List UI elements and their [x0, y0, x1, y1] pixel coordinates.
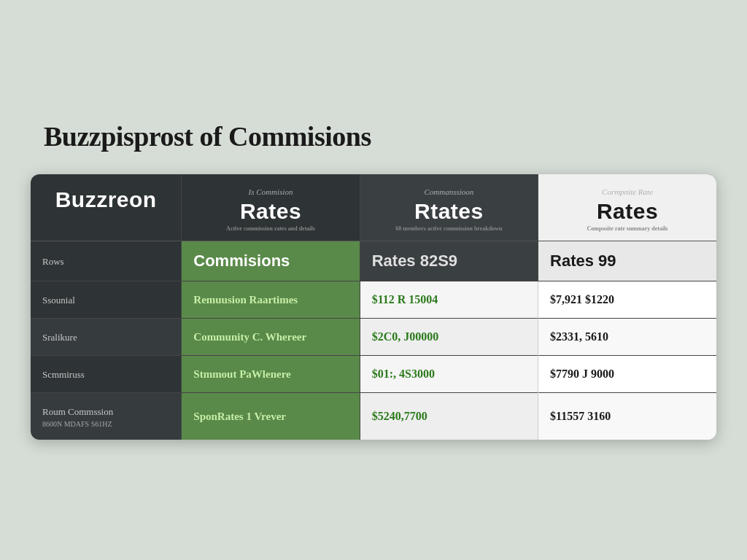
header-tiny-rtates: 60 members active commission breakdown: [372, 225, 526, 233]
header-row: Buzzreon Is Commision Rates Active commi…: [31, 174, 716, 241]
table-row: ScmmirussStmmout PaWlenere$01:, 4S3000$7…: [31, 356, 716, 393]
subheader-row: Rows Commisions Rates 82S9 Rates 99: [31, 241, 716, 281]
rate-value-col4: $11557 3160: [550, 410, 611, 422]
data-cell-commission: Remuusion Raartimes: [182, 281, 360, 319]
page-title: Buzzpisprost of Commisions: [29, 120, 371, 152]
header-cell-rates: Is Commision Rates Active commission rat…: [182, 174, 360, 241]
data-cell-row-label: Ssounial: [31, 281, 182, 319]
subheader-rates-8259: Rates 82S9: [372, 252, 457, 270]
rate-value-col3: $01:, 4S3000: [372, 368, 435, 380]
header-tiny-rates: Active commission rates and details: [193, 225, 347, 233]
subheader-col4: Rates 99: [538, 241, 716, 281]
data-cell-rate-col4: $2331, 5610: [538, 319, 716, 356]
rate-value-col4: $7790 J 9000: [550, 368, 614, 380]
header-cell-buzzreon: Buzzreon: [31, 174, 182, 241]
header-sub-rates: Is Commision: [193, 187, 347, 196]
rate-value-col4: $7,921 $1220: [550, 293, 614, 306]
header-main-rtates: Rtates: [372, 199, 526, 224]
rate-value-col3: $5240,7700: [372, 410, 427, 422]
data-cell-row-label: Scmmiruss: [31, 356, 182, 393]
row-label: Scmmiruss: [42, 369, 85, 380]
rate-value-col4: $2331, 5610: [550, 330, 608, 343]
rate-value-col3: $2C0, J00000: [372, 330, 439, 343]
data-cell-rate-col3: $2C0, J00000: [360, 319, 538, 356]
data-cell-rate-col4: $7,921 $1220: [538, 281, 716, 319]
commission-text: Community C. Whereer: [193, 331, 306, 343]
header-cell-rtates: Commanssioon Rtates 60 members active co…: [360, 174, 538, 241]
table-row: SralikureCommunity C. Whereer$2C0, J0000…: [31, 319, 716, 356]
data-cell-commission: Stmmout PaWlenere: [182, 356, 360, 393]
row-label-main: Roum Commssion: [42, 406, 113, 417]
header-main-rates: Rates: [193, 199, 347, 224]
table-row: SsounialRemuusion Raartimes$112 R 15004$…: [31, 281, 716, 319]
data-cell-commission: SponRates 1 Vrever: [182, 393, 360, 440]
commission-text: SponRates 1 Vrever: [193, 411, 286, 422]
commission-text: Stmmout PaWlenere: [193, 368, 290, 380]
comparison-table-wrapper: Buzzreon Is Commision Rates Active commi…: [31, 174, 716, 440]
subheader-commisions: Commisions: [193, 252, 290, 270]
row-label: Ssounial: [42, 295, 75, 306]
row-label: Sralikure: [42, 332, 77, 343]
commission-text: Remuusion Raartimes: [193, 294, 298, 306]
header-tiny-composite: Composite rate summary details: [550, 225, 705, 233]
header-main-buzzreon: Buzzreon: [42, 187, 169, 212]
row-label-sub: 8600N MDAFS S61HZ: [42, 420, 169, 428]
header-sub-rtates: Commanssioon: [372, 187, 526, 196]
subheader-col3: Rates 82S9: [360, 241, 538, 281]
data-cell-rate-col4: $7790 J 9000: [538, 356, 716, 393]
header-sub-composite: Cormpnite Rate: [550, 187, 705, 196]
data-cell-row-label: Sralikure: [31, 319, 182, 356]
rate-value-col3: $112 R 15004: [372, 293, 438, 306]
data-cell-rate-col3: $5240,7700: [360, 393, 538, 440]
subheader-col1: Rows: [31, 241, 182, 281]
data-cell-row-label: Roum Commssion8600N MDAFS S61HZ: [31, 393, 182, 440]
data-cell-rate-col3: $112 R 15004: [360, 281, 538, 319]
data-cell-rate-col4: $11557 3160: [538, 393, 716, 440]
subheader-col2: Commisions: [182, 241, 360, 281]
table-row: Roum Commssion8600N MDAFS S61HZSponRates…: [31, 393, 716, 440]
data-cell-commission: Community C. Whereer: [182, 319, 360, 356]
header-cell-composite: Cormpnite Rate Rates Composite rate summ…: [538, 174, 716, 241]
comparison-table: Buzzreon Is Commision Rates Active commi…: [31, 174, 716, 440]
header-main-composite: Rates: [550, 199, 705, 224]
subheader-rates-99: Rates 99: [550, 252, 616, 270]
data-cell-rate-col3: $01:, 4S3000: [360, 356, 538, 393]
subheader-label-rows: Rows: [42, 256, 64, 267]
